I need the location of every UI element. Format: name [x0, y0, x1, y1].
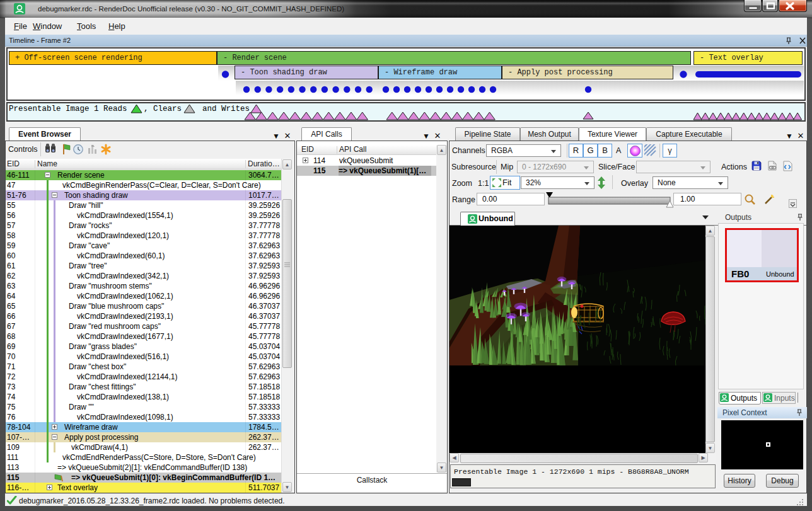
- svg-text:Presentable Image 1 Reads: Presentable Image 1 Reads: [9, 105, 127, 113]
- svg-text:and Writes: and Writes: [202, 105, 250, 113]
- svg-text:, Clears: , Clears: [144, 105, 182, 113]
